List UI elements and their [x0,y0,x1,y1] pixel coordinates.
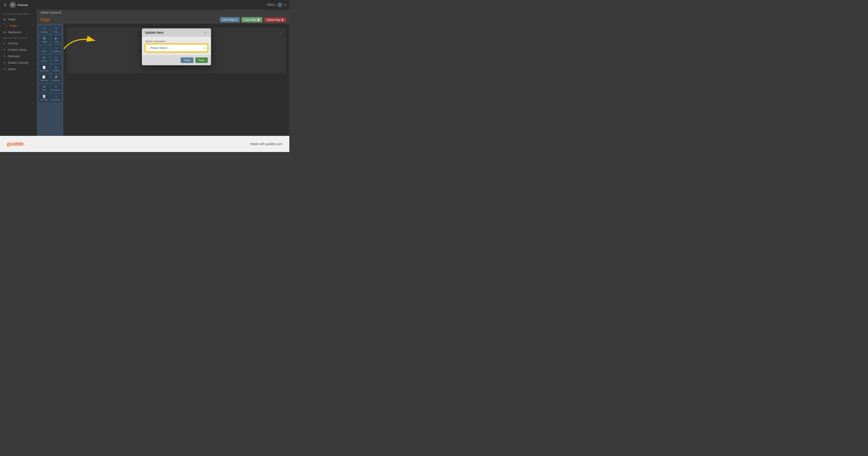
component-questions[interactable]: ≡ Questions [51,45,62,54]
modal-overlay: Update Item × Select a Question: -- Plea… [63,24,289,136]
component-scorm[interactable]: ⊡ SCORM [51,64,62,73]
sidebar-item-courses[interactable]: ✎ Courses › [0,40,37,47]
video-comp-icon: ▶ [55,37,57,40]
main-layout: Course Builder Menu ⊞ Pages + ≡ Page 1 ⊟… [0,10,289,136]
flip-card-comp-icon: 🃏 [42,95,46,98]
select-wrapper: -- Please Select -- ▾ [145,44,208,52]
questions-comp-label: Questions [52,50,60,52]
modal-footer: Close Save [142,55,211,65]
app-name: Censeo [17,3,28,7]
dropdown-comp-icon: ▾ [55,85,57,88]
component-dynamic[interactable]: ⚡ Dynamic [51,74,62,83]
components-panel: A Heading ¶ Para 🖼 Image ▶ Video ♪ Au [37,24,63,136]
scorm-comp-label: SCORM [53,70,59,72]
footer: guidde. Made with guidde.com [0,136,289,152]
courses-chevron: › [33,42,34,45]
sidebar-admin-label: Admin [8,67,16,71]
breadcrumb: Online Course B... [37,10,289,16]
copy-page-button[interactable]: Copy Page 📋 [241,17,262,22]
sidebar-item-pathways[interactable]: ✎ Pathways › [0,53,37,59]
course-title: Online Course B... [40,11,63,14]
heading-comp-label: Heading [41,31,48,33]
video-comp-label: Video [54,40,58,43]
activity-comp-label: Activity [41,60,47,62]
hamburger-icon[interactable]: ☰ [4,3,7,7]
component-dropdown[interactable]: ▾ Dropdown [51,84,62,92]
pathways-icon: ✎ [3,55,6,58]
sidebar-item-guided-learning[interactable]: ✎ Guided Learning › [0,59,37,66]
component-html[interactable]: </> HTML [51,55,62,63]
sidebar-item-dashboard[interactable]: ⊟ Dashboard [0,29,37,35]
modal-close-button[interactable]: × [204,31,208,34]
modal-save-btn[interactable]: Save [195,57,208,63]
pathways-chevron: › [33,55,34,57]
flip-card-comp-label: Flip Card [40,99,48,101]
admin-icon: ✎ [3,67,6,71]
sidebar-item-admin[interactable]: ✎ Admin › [0,66,37,73]
dynamic-comp-icon: ⚡ [54,76,58,79]
user-chevron: ▾ [284,3,286,6]
modal-body: Select a Question: -- Please Select -- ▾ [142,37,211,55]
user-label: EDS 1 [268,3,276,6]
sidebar-content-library-label: Content Library [8,48,27,52]
pages-chevron: + [33,18,34,21]
image-comp-icon: 🖼 [43,37,45,40]
svg-point-1 [12,4,13,5]
modal-title: Update Item [145,31,163,34]
component-para[interactable]: ¶ Para [51,26,62,34]
editor-row: A Heading ¶ Para 🖼 Image ▶ Video ♪ Au [37,24,289,136]
html-comp-label: HTML [54,59,59,62]
component-flip-card[interactable]: 🃏 Flip Card [39,93,50,102]
logo-area: Censeo [9,2,28,8]
dynamic-comp-label: Dynamic [53,79,60,81]
sidebar-page1-label: Page 1 [10,24,19,27]
sidebar-courses-label: Courses [8,42,18,45]
question-select[interactable]: -- Please Select -- [145,44,208,52]
guided-learning-icon: ✎ [3,61,6,64]
table-comp-label: Table [42,89,46,91]
page-editor: ≡ Update Item [63,24,289,136]
component-accordion[interactable]: ≡ Accordion [51,93,62,102]
component-free-text[interactable]: 📝 Free Text [39,74,50,83]
censeo-logo-icon [9,2,16,8]
user-avatar[interactable]: 👤 [277,2,282,7]
free-text-comp-icon: 📝 [42,76,46,79]
select-question-label: Select a Question: [145,40,208,43]
nav-right: EDS 1 👤 ▾ [268,2,286,7]
content-library-chevron: › [33,49,34,51]
sidebar-item-content-library[interactable]: ✎ Content Library › [0,47,37,53]
pages-icon: ⊞ [3,18,6,21]
sidebar-guided-learning-label: Guided Learning [8,61,28,64]
activity-comp-icon: ⊞ [43,56,45,59]
sidebar-dashboard-label: Dashboard [8,31,22,34]
component-table[interactable]: ⊞ Table [39,84,50,92]
component-audio[interactable]: ♪ Audio [39,45,50,54]
component-video[interactable]: ▶ Video [51,35,62,44]
component-activity[interactable]: ⊞ Activity [39,55,50,63]
sidebar-section-2-label: Create and Manage [0,35,37,40]
sidebar-item-pages[interactable]: ⊞ Pages + [0,16,37,23]
table-comp-icon: ⊞ [43,85,45,88]
sidebar-section-1-label: Course Builder Menu [0,11,37,16]
scorm-comp-icon: ⊡ [55,66,57,69]
guided-learning-chevron: › [33,62,34,64]
content-area: Online Course B... Page View Page ➔ Copy… [37,10,289,136]
page1-icon: ≡ [5,24,8,27]
component-document[interactable]: 📄 Document [39,64,50,73]
view-page-button[interactable]: View Page ➔ [220,17,239,22]
audio-comp-icon: ♪ [43,46,45,50]
para-comp-icon: ¶ [55,27,57,30]
sidebar-pages-label: Pages [8,18,16,21]
delete-page-button[interactable]: Delete Page 🗑 [264,17,286,22]
component-heading[interactable]: A Heading [39,26,50,34]
sidebar-pathways-label: Pathways [8,55,20,58]
html-comp-icon: </> [55,57,58,59]
modal-close-btn[interactable]: Close [181,57,193,63]
component-image[interactable]: 🖼 Image [39,35,50,44]
para-comp-label: Para [54,31,58,33]
sidebar-item-page1[interactable]: ≡ Page 1 [0,23,37,29]
dashboard-icon: ⊟ [3,31,6,34]
sidebar: Course Builder Menu ⊞ Pages + ≡ Page 1 ⊟… [0,10,37,136]
footer-text: Made with guidde.com [250,142,282,146]
free-text-comp-label: Free Text [40,79,48,81]
